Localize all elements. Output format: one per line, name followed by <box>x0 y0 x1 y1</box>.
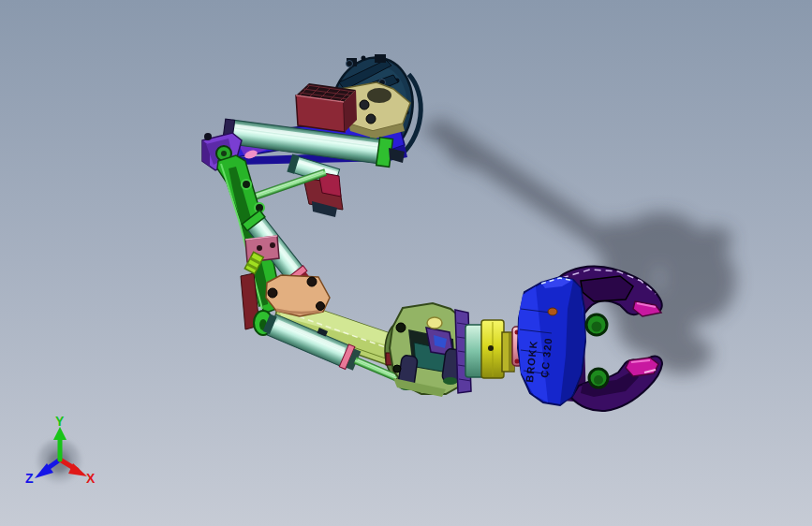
crusher-body[interactable]: BROKK CC 320 <box>518 277 585 405</box>
z-axis-label: Z <box>25 471 34 486</box>
wrist-yellow-cap <box>427 317 442 329</box>
x-axis-label: X <box>86 471 96 486</box>
tan-link-plate[interactable] <box>266 275 330 316</box>
cad-viewport[interactable]: Y Z X <box>0 0 812 526</box>
wrist-bracket[interactable] <box>386 303 471 397</box>
connector-block[interactable] <box>296 83 357 132</box>
rotator-stack[interactable] <box>465 320 523 378</box>
y-axis-label: Y <box>55 414 65 429</box>
rust-pivot <box>548 308 557 315</box>
